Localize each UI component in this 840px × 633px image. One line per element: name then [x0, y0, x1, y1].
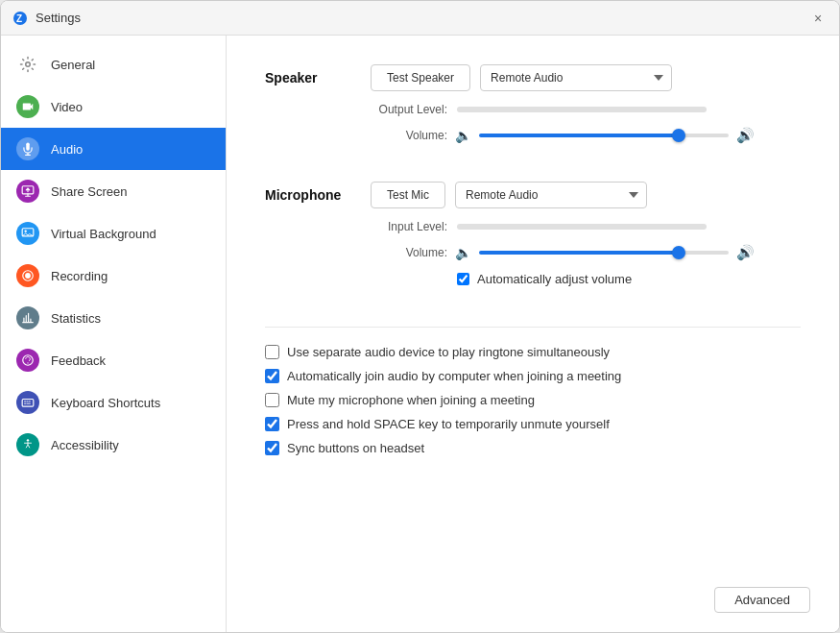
- mic-volume-row: Volume: 🔈 🔊: [371, 243, 801, 262]
- mic-thumb: [672, 246, 685, 259]
- sidebar-item-keyboard-shortcuts[interactable]: Keyboard Shortcuts: [1, 381, 226, 424]
- title-bar: Z Settings ×: [1, 1, 839, 36]
- separate-audio-checkbox[interactable]: [265, 345, 279, 359]
- share-screen-icon: [16, 180, 39, 203]
- sidebar-label-share-screen: Share Screen: [51, 184, 128, 199]
- title-bar-left: Z Settings: [12, 11, 81, 26]
- svg-point-2: [26, 62, 31, 67]
- sidebar: General Video: [1, 36, 227, 632]
- sidebar-item-virtual-background[interactable]: Virtual Background: [1, 212, 226, 255]
- svg-point-5: [25, 231, 27, 232]
- speaker-section: Speaker Test Speaker Remote Audio Output…: [265, 64, 801, 155]
- sync-headset-checkbox[interactable]: [265, 441, 279, 455]
- sync-headset-label: Sync buttons on headset: [287, 441, 424, 455]
- microphone-controls: Test Mic Remote Audio Input Level: Volum…: [371, 182, 801, 300]
- sidebar-label-virtual-background: Virtual Background: [51, 227, 156, 241]
- general-icon-wrapper: [16, 53, 39, 76]
- speaker-thumb: [672, 129, 685, 142]
- video-icon-wrapper: [16, 95, 39, 118]
- statistics-icon: [16, 306, 39, 329]
- space-unmute-checkbox[interactable]: [265, 417, 279, 431]
- speaker-volume-icon: 🔊: [736, 127, 755, 144]
- general-icon: [19, 56, 36, 73]
- sidebar-label-audio: Audio: [51, 142, 83, 157]
- svg-text:Z: Z: [16, 13, 22, 24]
- advanced-row: Advanced: [714, 587, 810, 613]
- input-level-row: Input Level:: [371, 220, 801, 233]
- video-icon: [16, 95, 39, 118]
- keyboard-shortcuts-icon: [16, 391, 39, 414]
- mic-volume-icon: 🔊: [736, 244, 755, 261]
- svg-rect-10: [22, 400, 34, 407]
- sidebar-item-video[interactable]: Video: [1, 85, 226, 128]
- sidebar-item-audio[interactable]: Audio: [1, 128, 226, 170]
- settings-window: Z Settings × General: [0, 0, 840, 633]
- svg-point-11: [27, 439, 29, 441]
- mute-mic-checkbox[interactable]: [265, 393, 279, 407]
- separate-audio-label: Use separate audio device to play ringto…: [287, 345, 610, 359]
- mic-mute-icon: 🔈: [455, 245, 471, 260]
- checkbox-auto-join: Automatically join audio by computer whe…: [265, 369, 801, 383]
- mic-slider[interactable]: [479, 243, 729, 262]
- sidebar-item-statistics[interactable]: Statistics: [1, 297, 226, 339]
- speaker-track: [479, 134, 729, 137]
- mic-volume-label: Volume:: [371, 246, 447, 259]
- checkboxes-section: Use separate audio device to play ringto…: [265, 345, 801, 455]
- mic-device-dropdown[interactable]: Remote Audio: [455, 182, 647, 208]
- sidebar-label-statistics: Statistics: [51, 311, 101, 326]
- speaker-controls: Test Speaker Remote Audio Output Level: …: [371, 64, 801, 155]
- auto-adjust-row: Automatically adjust volume: [457, 272, 801, 286]
- virtual-background-icon-wrapper: [16, 222, 39, 245]
- speaker-label: Speaker: [265, 64, 351, 85]
- keyboard-shortcuts-icon-wrapper: [16, 391, 39, 414]
- input-level-label: Input Level:: [371, 220, 447, 233]
- auto-join-label: Automatically join audio by computer whe…: [287, 369, 621, 383]
- auto-adjust-checkbox[interactable]: [457, 273, 469, 285]
- audio-icon-wrapper: [16, 137, 39, 160]
- output-level-label: Output Level:: [371, 103, 447, 116]
- close-button[interactable]: ×: [808, 9, 828, 28]
- auto-join-checkbox[interactable]: [265, 369, 279, 383]
- mic-device-row: Test Mic Remote Audio: [371, 182, 801, 208]
- speaker-mute-icon: 🔈: [455, 128, 471, 143]
- sidebar-label-keyboard-shortcuts: Keyboard Shortcuts: [51, 396, 160, 410]
- sidebar-item-general[interactable]: General: [1, 43, 226, 85]
- test-speaker-button[interactable]: Test Speaker: [371, 64, 470, 91]
- app-icon: Z: [12, 11, 28, 26]
- window-title: Settings: [36, 11, 81, 25]
- checkbox-sync-headset: Sync buttons on headset: [265, 441, 801, 455]
- speaker-device-dropdown[interactable]: Remote Audio: [480, 64, 672, 91]
- auto-adjust-label: Automatically adjust volume: [477, 272, 632, 286]
- sidebar-item-feedback[interactable]: Feedback: [1, 339, 226, 381]
- sidebar-label-video: Video: [51, 100, 83, 114]
- divider: [265, 327, 801, 328]
- checkbox-mute-mic: Mute my microphone when joining a meetin…: [265, 393, 801, 407]
- sidebar-item-recording[interactable]: Recording: [1, 255, 226, 297]
- content-area: General Video: [1, 36, 839, 632]
- audio-icon: [16, 137, 39, 160]
- mute-mic-label: Mute my microphone when joining a meetin…: [287, 393, 535, 407]
- output-level-row: Output Level:: [371, 103, 801, 116]
- sidebar-label-accessibility: Accessibility: [51, 438, 119, 452]
- main-panel: Speaker Test Speaker Remote Audio Output…: [227, 36, 839, 632]
- recording-icon: [16, 264, 39, 287]
- mic-track: [479, 251, 729, 255]
- checkbox-separate-audio: Use separate audio device to play ringto…: [265, 345, 801, 359]
- microphone-section: Microphone Test Mic Remote Audio Input L…: [265, 182, 801, 300]
- output-level-bar: [457, 107, 707, 112]
- test-mic-button[interactable]: Test Mic: [371, 182, 445, 208]
- speaker-slider[interactable]: [479, 126, 729, 145]
- sidebar-label-recording: Recording: [51, 269, 108, 283]
- checkbox-space-unmute: Press and hold SPACE key to temporarily …: [265, 417, 801, 431]
- speaker-device-row: Test Speaker Remote Audio: [371, 64, 801, 91]
- svg-point-9: [27, 362, 28, 363]
- recording-icon-wrapper: [16, 264, 39, 287]
- sidebar-item-share-screen[interactable]: Share Screen: [1, 170, 226, 212]
- virtual-background-icon: [16, 222, 39, 245]
- input-level-bar: [457, 224, 707, 230]
- sidebar-item-accessibility[interactable]: Accessibility: [1, 424, 226, 466]
- feedback-icon: [16, 349, 39, 372]
- microphone-label: Microphone: [265, 182, 351, 203]
- accessibility-icon-wrapper: [16, 433, 39, 456]
- advanced-button[interactable]: Advanced: [714, 587, 810, 613]
